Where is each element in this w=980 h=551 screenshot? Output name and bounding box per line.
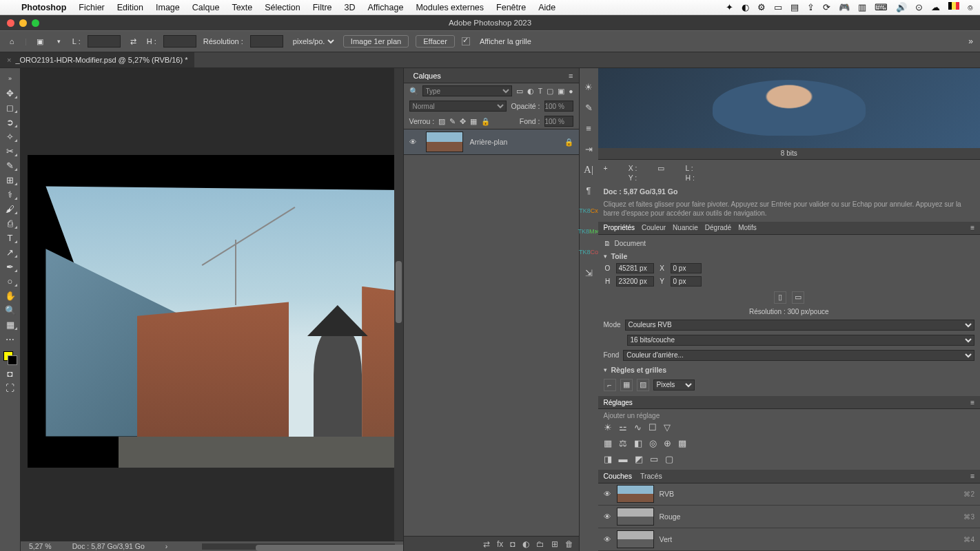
panel-menu-icon[interactable]: ≡ — [569, 72, 573, 80]
opacity-input[interactable] — [544, 101, 573, 112]
filter-adjust-icon[interactable]: ◐ — [527, 87, 534, 95]
hand-tool[interactable]: ✋ — [3, 289, 18, 302]
adj-bw-icon[interactable]: ◧ — [634, 438, 642, 448]
status-chevron-icon[interactable]: › — [165, 542, 168, 550]
menu-fenetre[interactable]: Fenêtre — [490, 3, 532, 12]
app-menu[interactable]: Photoshop — [15, 3, 72, 12]
dropdown-icon[interactable]: ▾ — [53, 35, 65, 48]
canvas-x-input[interactable] — [671, 263, 702, 273]
tk-co-icon[interactable]: TK8Co — [582, 246, 595, 258]
menu-texte[interactable]: Texte — [225, 3, 258, 12]
lasso-tool[interactable]: ➲ — [3, 116, 18, 128]
zoom-level[interactable]: 5,27 % — [29, 542, 52, 550]
section-toile[interactable]: Toile — [604, 249, 975, 263]
home-icon[interactable]: ⌂ — [6, 35, 18, 48]
blend-mode-select[interactable]: Normal — [409, 101, 507, 112]
menu-fichier[interactable]: Fichier — [72, 3, 111, 12]
grid-icon[interactable]: ▦ — [620, 379, 633, 391]
fx-icon[interactable]: fx — [497, 539, 503, 549]
orientation-landscape-icon[interactable]: ▭ — [792, 291, 804, 304]
adj-lookup-icon[interactable]: ▩ — [678, 438, 686, 448]
adj-threshold-icon[interactable]: ◩ — [635, 454, 643, 464]
menu-image[interactable]: Image — [150, 3, 186, 12]
height-input[interactable] — [163, 35, 196, 48]
layer-row[interactable]: 👁 Arrière-plan 🔒 — [404, 129, 579, 155]
brush-settings-icon[interactable]: ✎ — [582, 101, 595, 114]
lock-all-icon[interactable]: 🔒 — [481, 117, 490, 126]
lock-nest-icon[interactable]: ▦ — [470, 117, 477, 125]
status-icon[interactable]: ⊙ — [915, 2, 923, 12]
menu-3d[interactable]: 3D — [338, 3, 362, 12]
status-icon[interactable]: ⟳ — [823, 2, 830, 12]
fill-input[interactable] — [544, 116, 573, 127]
status-icon[interactable]: 🔊 — [896, 2, 907, 12]
collapse-icon[interactable]: » — [968, 37, 980, 46]
swap-icon[interactable]: ⇄ — [127, 35, 140, 48]
color-mode-select[interactable]: Couleurs RVB — [625, 320, 974, 331]
adj-brightness-icon[interactable]: ☀ — [604, 422, 612, 433]
lock-pixels-icon[interactable]: ▨ — [438, 117, 445, 125]
lock-move-icon[interactable]: ✥ — [460, 117, 466, 125]
status-icon[interactable]: ✦ — [726, 2, 733, 12]
document-tab[interactable]: × _ORO2191-HDR-Modifier.psd @ 5,27% (RVB… — [0, 52, 194, 67]
expand-icon[interactable]: » — [3, 72, 18, 85]
pen-tool[interactable]: ✒ — [3, 260, 18, 273]
crop-tool-icon[interactable]: ▣ — [34, 35, 46, 48]
show-grid-checkbox[interactable] — [462, 37, 470, 45]
stamp-tool[interactable]: ⎙ — [3, 217, 18, 229]
tk-mm-icon[interactable]: TK8Mᴍ — [582, 225, 595, 238]
adj-hue-icon[interactable]: ▦ — [604, 438, 612, 448]
ruler-icon[interactable]: ⌐ — [604, 379, 616, 391]
width-input[interactable] — [88, 35, 121, 48]
character-icon[interactable]: A| — [582, 163, 595, 176]
adj-exposure-icon[interactable]: ☐ — [649, 422, 657, 433]
adj-levels-icon[interactable]: ⚍ — [619, 422, 627, 433]
status-icon[interactable]: ⚙︎ — [757, 2, 766, 12]
menu-edition[interactable]: Edition — [111, 3, 150, 12]
adj-gradient-icon[interactable]: ▭ — [650, 454, 658, 464]
tab-degrade[interactable]: Dégradé — [702, 224, 734, 231]
filter-toggle[interactable]: ● — [569, 87, 573, 95]
paragraph-icon[interactable]: ¶ — [582, 184, 595, 196]
document-canvas[interactable] — [28, 155, 403, 468]
marquee-tool[interactable]: ◻ — [3, 101, 18, 114]
libraries-icon[interactable]: ⇲ — [582, 267, 595, 279]
menu-aide[interactable]: Aide — [532, 3, 562, 12]
adj-invert-icon[interactable]: ◨ — [604, 454, 612, 464]
visibility-icon[interactable]: 👁 — [604, 490, 611, 498]
scrollbar-thumb[interactable] — [256, 545, 402, 551]
tab-couleur[interactable]: Couleur — [639, 224, 668, 231]
menu-filtre[interactable]: Filtre — [307, 3, 338, 12]
menu-affichage[interactable]: Affichage — [361, 3, 409, 12]
search-icon[interactable]: 🔍 — [409, 87, 418, 96]
visibility-icon[interactable]: 👁 — [409, 138, 419, 146]
quickmask-tool[interactable]: ◘ — [3, 367, 18, 380]
filter-type-icon[interactable]: T — [538, 87, 542, 95]
color-swatch[interactable] — [3, 351, 17, 365]
menu-calque[interactable]: Calque — [186, 3, 226, 12]
visibility-icon[interactable]: 👁 — [604, 512, 611, 521]
bluetooth-icon[interactable]: ⌾ — [968, 2, 973, 12]
group-icon[interactable]: 🗀 — [536, 539, 544, 549]
wand-tool[interactable]: ✧ — [3, 130, 18, 143]
lock-icon[interactable]: 🔒 — [564, 138, 573, 147]
canvas-width-input[interactable] — [616, 263, 654, 273]
more-tools[interactable]: ⋯ — [3, 333, 18, 345]
panel-menu-icon[interactable]: ≡ — [968, 399, 977, 406]
brush-tool[interactable]: 🖌 — [3, 202, 18, 215]
status-icon[interactable]: ⇪ — [807, 2, 815, 12]
tab-motifs[interactable]: Motifs — [735, 224, 759, 231]
type-tool[interactable]: T — [3, 231, 18, 244]
canvas-height-input[interactable] — [616, 276, 654, 287]
brightness-icon[interactable]: ☀ — [582, 81, 595, 93]
status-icon[interactable]: 🎮 — [839, 2, 850, 12]
adj-vibrance-icon[interactable]: ▽ — [664, 422, 671, 433]
filter-smart-icon[interactable]: ▣ — [558, 87, 564, 95]
shape-tool[interactable]: ○ — [3, 275, 18, 287]
section-rulers[interactable]: Règles et grilles — [604, 363, 975, 377]
maximize-window[interactable] — [32, 19, 39, 27]
resolution-input[interactable] — [250, 35, 283, 48]
panel-menu-icon[interactable]: ≡ — [968, 224, 977, 231]
reglages-tab[interactable]: Réglages — [601, 399, 635, 406]
adjustment-icon[interactable]: ◐ — [522, 539, 529, 549]
